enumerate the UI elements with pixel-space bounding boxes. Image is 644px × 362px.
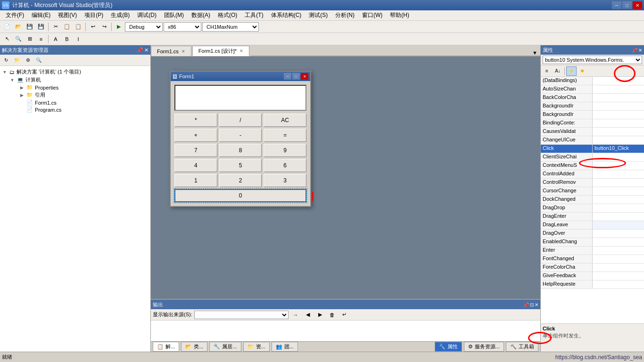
- props-lightning-btn[interactable]: ✱: [577, 66, 587, 76]
- platform-dropdown[interactable]: x86: [164, 22, 201, 32]
- tab-form1cs-close[interactable]: ✕: [182, 49, 185, 54]
- tree-item-references[interactable]: ▶ 📁 引用: [2, 91, 149, 99]
- prop-value-click[interactable]: button10_Click: [593, 145, 644, 153]
- prop-value-enter[interactable]: [593, 247, 644, 255]
- tab-designer-close[interactable]: ✕: [239, 49, 243, 53]
- menu-analyze[interactable]: 分析(N): [331, 10, 358, 20]
- btn-0[interactable]: 0: [174, 189, 306, 202]
- btn-7[interactable]: 7: [174, 144, 217, 157]
- prop-value-enabledchang[interactable]: [593, 238, 644, 246]
- format-button[interactable]: A: [50, 34, 61, 44]
- tree-item-properties[interactable]: ▶ 📁 Properties: [2, 84, 149, 91]
- bottom-tab-prop-right[interactable]: 🔧 属性: [435, 342, 462, 352]
- menu-edit[interactable]: 编辑(E): [28, 10, 54, 20]
- menu-window[interactable]: 窗口(W): [358, 10, 386, 20]
- btn-9[interactable]: 9: [264, 144, 306, 157]
- form-maximize-btn[interactable]: □: [292, 73, 300, 80]
- prop-value-cursorchange[interactable]: [593, 187, 644, 195]
- prop-value-clientsizechar[interactable]: [593, 153, 644, 161]
- menu-team[interactable]: 团队(M): [160, 10, 188, 20]
- project-dropdown[interactable]: CH1MaxNum: [202, 22, 259, 32]
- open-button[interactable]: 📂: [13, 22, 24, 32]
- project-expand-icon[interactable]: ▼: [9, 77, 15, 83]
- menu-build[interactable]: 生成(B): [107, 10, 133, 20]
- menu-data[interactable]: 数据(A): [188, 10, 214, 20]
- btn-plus[interactable]: +: [174, 129, 217, 142]
- close-panel-icon[interactable]: ✕: [144, 47, 149, 53]
- prop-value-dragover[interactable]: [593, 230, 644, 238]
- btn-6[interactable]: 6: [264, 159, 306, 172]
- bottom-tab-service[interactable]: ⚙ 服务资源...: [464, 342, 504, 352]
- output-close-icon[interactable]: ✕: [535, 302, 538, 307]
- new-project-button[interactable]: 📄: [2, 22, 12, 32]
- undo-button[interactable]: ↩: [88, 22, 98, 32]
- output-float-icon[interactable]: ⊡: [530, 302, 534, 307]
- props-pin-icon[interactable]: 📌: [632, 48, 637, 53]
- redo-button[interactable]: ↪: [99, 22, 109, 32]
- output-word-wrap-button[interactable]: ↵: [339, 310, 350, 320]
- menu-format[interactable]: 格式(O): [214, 10, 241, 20]
- btn-ac[interactable]: AC: [264, 114, 306, 127]
- properties-btn[interactable]: ⚙: [23, 56, 33, 65]
- btn-5[interactable]: 5: [219, 159, 262, 172]
- menu-project[interactable]: 项目(P): [81, 10, 107, 20]
- italic-button[interactable]: I: [73, 34, 83, 44]
- props-events-btn[interactable]: ⚡: [566, 66, 577, 76]
- prop-value-changeuicue[interactable]: [593, 136, 644, 144]
- prop-value-backgroundir1[interactable]: [593, 102, 644, 110]
- save-all-button[interactable]: 💾: [36, 22, 46, 32]
- menu-test[interactable]: 测试(S): [305, 10, 331, 20]
- output-prev-button[interactable]: ◀: [303, 310, 313, 320]
- minimize-button[interactable]: ─: [612, 1, 621, 9]
- menu-arch[interactable]: 体系结构(C): [267, 10, 305, 20]
- bottom-tab-properties[interactable]: 🔧 属居...: [209, 342, 241, 352]
- btn-2[interactable]: 2: [219, 174, 262, 187]
- form-minimize-btn[interactable]: ─: [284, 73, 291, 80]
- pointer-button[interactable]: ↖: [2, 34, 12, 44]
- save-button[interactable]: 💾: [25, 22, 35, 32]
- run-button[interactable]: ▶: [114, 22, 124, 32]
- prop-value-databindings[interactable]: [593, 77, 644, 85]
- close-button[interactable]: ✕: [633, 1, 642, 9]
- bottom-tab-tool[interactable]: 🔨 工具箱: [506, 342, 538, 352]
- output-next-button[interactable]: ▶: [315, 310, 325, 320]
- tab-form1cs[interactable]: Form1.cs ✕: [151, 46, 191, 56]
- prop-row-click[interactable]: Click button10_Click: [541, 145, 644, 153]
- build-config-dropdown[interactable]: Debug: [125, 22, 163, 32]
- prop-value-dragleave[interactable]: [593, 221, 644, 229]
- prop-value-controladded[interactable]: [593, 170, 644, 178]
- prop-value-contextmenus[interactable]: [593, 162, 644, 170]
- prop-value-dockchanged[interactable]: [593, 196, 644, 204]
- menu-view[interactable]: 视图(V): [54, 10, 81, 20]
- tab-overflow-button[interactable]: ▼: [529, 50, 540, 56]
- tab-form1cs-designer[interactable]: Form1.cs [设计]* ✕: [192, 46, 249, 56]
- copy-button[interactable]: 📋: [62, 22, 72, 32]
- prop-value-dragenter[interactable]: [593, 213, 644, 221]
- form-close-btn[interactable]: ✕: [301, 73, 308, 80]
- bold-button[interactable]: B: [62, 34, 72, 44]
- props-close-icon[interactable]: ✕: [638, 48, 642, 53]
- properties-object-select[interactable]: button10 System.Windows.Forms.: [543, 56, 642, 64]
- refresh-button[interactable]: ↻: [1, 56, 11, 65]
- menu-debug[interactable]: 调试(D): [133, 10, 160, 20]
- cut-button[interactable]: ✂: [50, 22, 61, 32]
- btn-8[interactable]: 8: [219, 144, 262, 157]
- btn-multiply[interactable]: *: [174, 114, 217, 127]
- form1-expand-icon[interactable]: [19, 100, 25, 106]
- expand-icon[interactable]: ▼: [2, 69, 8, 75]
- prop-value-backcolorcha[interactable]: [593, 94, 644, 102]
- prop-value-causesvalidat[interactable]: [593, 128, 644, 136]
- program-expand-icon[interactable]: [19, 107, 25, 113]
- output-go-button[interactable]: →: [290, 310, 301, 320]
- prop-value-forecolorcha[interactable]: [593, 263, 644, 272]
- grid-button[interactable]: ⊞: [25, 34, 35, 44]
- output-source-dropdown[interactable]: [194, 311, 289, 319]
- paste-button[interactable]: 📋: [73, 22, 83, 32]
- btn-minus[interactable]: -: [219, 129, 262, 142]
- prop-value-backgroundir2[interactable]: [593, 111, 644, 119]
- btn-equals[interactable]: =: [264, 129, 306, 142]
- prop-value-givefeedback[interactable]: [593, 272, 644, 280]
- maximize-button[interactable]: □: [622, 1, 632, 9]
- tree-item-project[interactable]: ▼ 💻 计算机: [2, 76, 149, 84]
- btn-3[interactable]: 3: [264, 174, 306, 187]
